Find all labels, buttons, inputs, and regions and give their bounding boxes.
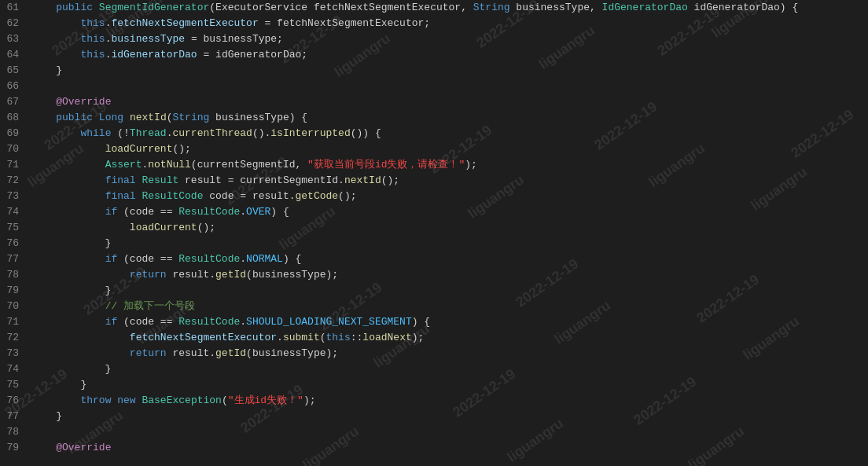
code-token: = fetchNextSegmentExecutor; [259,17,430,29]
code-token: businessType) { [209,112,307,123]
table-row: 64 this.idGeneratorDao = idGeneratorDao; [0,47,868,63]
code-token: :: [351,332,363,343]
table-row: 79 } [0,283,868,299]
code-token: final [105,174,136,186]
code-token: (). [252,127,270,139]
code-token: loadCurrent [105,143,173,155]
line-number: 72 [0,330,31,346]
code-token: if [105,316,118,328]
line-number: 74 [0,361,31,377]
code-token: fetchNextSegmentExecutor [111,17,258,29]
code-token: final [105,190,136,202]
table-row: 72 final Result result = currentSegmentI… [0,173,868,189]
code-token: } [31,64,62,76]
code-token [31,112,56,123]
code-token: = businessType; [185,33,283,45]
code-token: Assert [105,159,142,171]
table-row: 65 } [0,63,868,79]
code-token: (); [197,222,215,233]
code-token: "生成id失败！" [228,394,303,406]
code-token: . [277,332,283,343]
code-token: } [31,363,111,375]
table-row: 70 // 加载下一个号段 [0,299,868,314]
table-row: 76 } [0,236,868,251]
code-token [31,394,80,406]
code-token: loadNext [362,332,411,343]
code-token: return [130,269,167,281]
code-token: code = result. [203,190,295,202]
line-number: 71 [0,157,31,173]
line-number: 64 [0,47,31,63]
code-token: (businessType); [246,269,338,281]
code-token: @Override [56,442,111,453]
code-token: NORMAL [246,253,283,265]
code-token: = idGeneratorDao; [197,49,307,61]
line-number: 61 [0,0,31,16]
code-token: getId [215,347,246,359]
code-token [31,2,56,13]
code-token: ( [222,394,228,406]
code-token: idGeneratorDao) { [688,2,798,13]
line-content: } [31,283,868,299]
code-token [123,112,130,123]
code-token: Long [99,112,123,123]
code-token: } [31,284,111,296]
line-content: Assert.notNull(currentSegmentId, "获取当前号段… [31,157,868,173]
line-number: 67 [0,94,31,110]
line-number: 78 [0,424,31,440]
code-token: (currentSegmentId, [191,159,307,171]
table-row: 63 this.businessType = businessType; [0,31,868,47]
table-row: 71 if (code == ResultCode.SHOULD_LOADING… [0,314,868,330]
code-token: public [56,2,93,13]
table-row: 74 } [0,361,868,377]
code-token: ResultCode [178,253,240,265]
code-token [31,190,105,202]
code-token: ResultCode [178,206,240,218]
line-number: 71 [0,314,31,330]
code-token [31,253,105,265]
line-content: return result.getId(businessType); [31,346,868,361]
code-token [31,49,80,61]
code-token: . [240,206,246,218]
code-token: if [105,253,118,265]
code-token: this [80,33,105,45]
code-token: return [130,347,167,359]
code-token: ( [320,332,326,343]
code-token [31,269,130,281]
line-content: return result.getId(businessType); [31,267,868,283]
line-content: fetchNextSegmentExecutor.submit(this::lo… [31,330,868,346]
line-number: 70 [0,141,31,157]
code-token: (ExecutorService fetchNextSegmentExecuto… [209,2,473,13]
code-token: ); [303,394,316,406]
code-token [31,17,80,29]
code-token [31,174,105,186]
table-row: 72 fetchNextSegmentExecutor.submit(this:… [0,330,868,346]
code-token: isInterrupted [270,127,350,139]
code-token: throw [80,394,111,406]
code-token: SegmentIdGenerator [99,2,209,13]
code-token: String [473,2,510,13]
line-content: this.businessType = businessType; [31,31,868,47]
line-number: 77 [0,251,31,267]
code-token: (); [381,174,399,186]
code-token: ResultCode [142,190,203,202]
code-token: } [31,410,62,422]
table-row: 77 if (code == ResultCode.NORMAL) { [0,251,868,267]
code-token: (code == [117,253,178,265]
line-content: final Result result = currentSegmentId.n… [31,173,868,189]
code-token: BaseException [142,394,221,406]
line-number: 69 [0,126,31,141]
table-row: 73 final ResultCode code = result.getCod… [0,189,868,204]
code-token: SHOULD_LOADING_NEXT_SEGMENT [246,316,412,328]
table-row: 74 if (code == ResultCode.OVER) { [0,204,868,220]
code-token: (businessType); [246,347,338,359]
line-number: 76 [0,236,31,251]
code-token: nextId [130,112,167,123]
line-content: while (!Thread.currentThread().isInterru… [31,126,868,141]
code-token: getCode [296,190,339,202]
code-token: public [56,112,93,123]
line-number: 62 [0,16,31,31]
code-token: result. [167,347,215,359]
code-token: result. [167,269,215,281]
line-content: if (code == ResultCode.OVER) { [31,204,868,220]
